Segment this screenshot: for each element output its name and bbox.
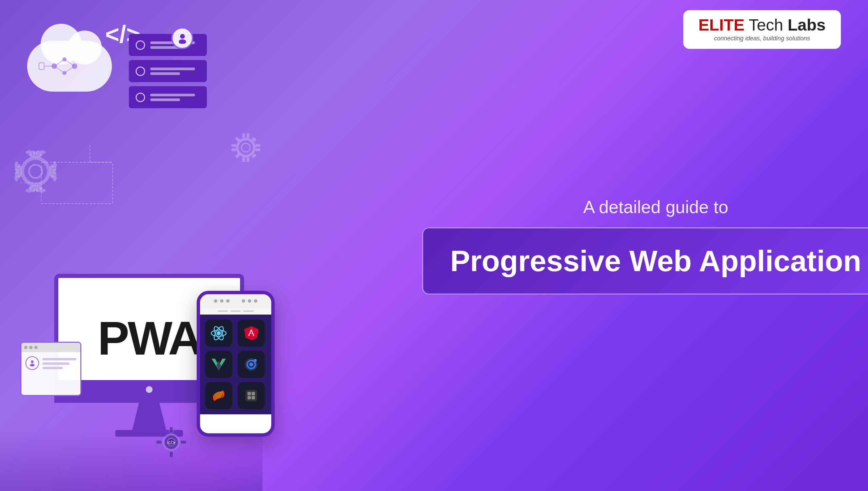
monitor-stand xyxy=(132,403,166,430)
svg-point-19 xyxy=(29,165,42,178)
mini-window-dot xyxy=(34,346,38,349)
mini-window-body xyxy=(21,352,80,374)
mini-window-bar xyxy=(21,343,80,352)
svg-point-18 xyxy=(22,158,49,185)
svg-point-17 xyxy=(30,364,35,366)
server-indicator-3 xyxy=(136,93,145,102)
gear-icon-medium xyxy=(231,132,261,170)
app-icon-svelte xyxy=(205,382,232,409)
svg-point-41 xyxy=(250,363,253,366)
svg-line-6 xyxy=(54,66,64,73)
svg-line-4 xyxy=(54,59,64,66)
mini-window-widget xyxy=(20,342,81,396)
server-line xyxy=(150,72,180,75)
phone-button-2 xyxy=(220,299,223,303)
svg-rect-47 xyxy=(252,396,255,399)
mini-avatar xyxy=(25,356,39,370)
server-line xyxy=(150,94,195,96)
phone-status-bar xyxy=(200,308,271,315)
server-unit-2 xyxy=(129,60,207,82)
server-lines-3 xyxy=(150,94,200,101)
svg-point-16 xyxy=(31,360,34,363)
logo-elite: ELITE xyxy=(698,16,745,34)
logo-text: ELITE Tech Labs xyxy=(698,17,826,33)
app-icon-workbox xyxy=(238,382,265,409)
floor-gradient xyxy=(0,430,262,491)
svg-rect-45 xyxy=(252,392,255,395)
guide-prefix-text: A detailed guide to xyxy=(583,197,728,217)
svg-point-21 xyxy=(241,143,250,152)
phone-button-1 xyxy=(214,299,217,303)
server-line xyxy=(150,68,195,70)
mini-window-dot xyxy=(24,346,27,349)
mini-line xyxy=(42,358,76,360)
cloud-illustration xyxy=(27,41,112,92)
mini-line xyxy=(42,367,63,369)
server-stack xyxy=(129,34,207,112)
logo-container: ELITE Tech Labs connecting ideas, buildi… xyxy=(683,10,841,49)
page-background: ELITE Tech Labs connecting ideas, buildi… xyxy=(0,0,868,491)
server-line xyxy=(150,98,180,101)
svg-line-5 xyxy=(64,59,75,66)
phone-button-4 xyxy=(242,299,245,303)
phone-button-6 xyxy=(254,299,257,303)
server-unit-3 xyxy=(129,86,207,108)
svg-rect-43 xyxy=(245,390,257,401)
svg-point-42 xyxy=(254,359,257,362)
illustration-area: </> xyxy=(0,0,477,491)
server-lines-2 xyxy=(150,68,200,75)
logo-tech: Tech xyxy=(745,16,788,34)
svg-point-20 xyxy=(237,139,254,156)
app-icon-react xyxy=(205,320,232,347)
phone-button-3 xyxy=(226,299,230,303)
monitor-power-dot xyxy=(146,386,153,393)
mini-window-dot xyxy=(29,346,33,349)
server-indicator-2 xyxy=(136,67,145,76)
svg-marker-38 xyxy=(216,361,221,370)
logo-labs: Labs xyxy=(788,16,826,34)
phone-top-bar xyxy=(200,294,271,308)
phone-illustration xyxy=(197,291,275,437)
svg-point-14 xyxy=(180,34,185,39)
phone-app-grid xyxy=(200,315,271,414)
logo-tagline: connecting ideas, building solutions xyxy=(714,35,810,42)
pwa-title: Progressive Web Application xyxy=(450,244,862,278)
mini-content-lines xyxy=(42,358,76,369)
mini-line xyxy=(42,362,70,365)
app-icon-ionic xyxy=(238,351,265,378)
server-unit-1 xyxy=(129,34,207,56)
content-area: A detailed guide to Progressive Web Appl… xyxy=(477,0,868,491)
person-avatar-badge xyxy=(171,27,193,49)
svg-line-7 xyxy=(64,66,75,73)
pwa-title-box: Progressive Web Application xyxy=(422,227,868,295)
svg-rect-9 xyxy=(39,63,44,70)
cloud-circuits-icon xyxy=(37,49,92,88)
app-icon-vue xyxy=(205,351,232,378)
server-indicator-1 xyxy=(136,40,145,50)
svg-point-15 xyxy=(179,39,186,44)
cloud-shape xyxy=(27,41,112,92)
app-icon-angular xyxy=(238,320,265,347)
svg-rect-44 xyxy=(248,392,251,395)
phone-button-5 xyxy=(248,299,251,303)
gear-icon-large xyxy=(14,149,58,204)
svg-point-29 xyxy=(217,331,221,335)
pwa-logo-text: PWA xyxy=(98,311,201,366)
svg-rect-46 xyxy=(248,396,251,399)
